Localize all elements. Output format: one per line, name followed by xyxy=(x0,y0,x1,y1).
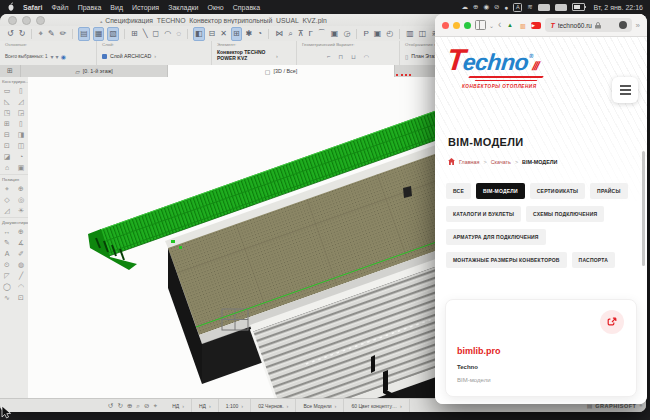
toolbar-tool-icon[interactable]: ▤ xyxy=(78,27,90,41)
active-app-name[interactable]: Safari xyxy=(23,4,42,11)
page-scrollbar[interactable] xyxy=(642,151,645,266)
viewport-nav-icon[interactable]: ⌖ xyxy=(153,400,157,412)
toolbox-tool-icon[interactable]: ✎ xyxy=(4,238,10,248)
tab-badge-icon[interactable] xyxy=(619,21,627,29)
toolbar-tool-icon[interactable]: ⊞ xyxy=(130,28,139,40)
toolbar-tool-icon[interactable]: ⊞ xyxy=(231,27,242,41)
record-icon[interactable]: ● xyxy=(505,4,509,11)
viewport-nav-icon[interactable]: ⌕ xyxy=(136,400,140,412)
bluetooth-icon[interactable]: ⊕ xyxy=(473,3,478,11)
overflow-chevron-icon[interactable]: » xyxy=(636,21,640,30)
filter-passports[interactable]: ПАСПОРТА xyxy=(572,252,615,268)
toolbox-tool-icon[interactable]: ◯ xyxy=(3,282,11,292)
infobox-group-geometry[interactable]: Геометрический Вариант: ⌐⊓⊔◠ xyxy=(297,41,400,65)
toolbox-tool-icon[interactable]: ⊕ xyxy=(18,184,24,194)
toolbar-tool-icon[interactable]: ✱ xyxy=(245,28,254,40)
toolbox-tool-icon[interactable]: ◳ xyxy=(4,108,11,118)
toolbox-tool-icon[interactable]: ∡ xyxy=(18,238,24,248)
toolbar-tool-icon[interactable]: ◶ xyxy=(342,28,351,40)
toolbox-tool-icon[interactable]: ☀ xyxy=(18,206,24,216)
address-bar[interactable]: T techno60.ru xyxy=(545,18,631,32)
menu-item-file[interactable]: Файл xyxy=(51,4,68,11)
toolbar-tool-icon[interactable]: ◴ xyxy=(385,28,394,40)
menu-item-window[interactable]: Окно xyxy=(207,4,223,11)
url-text[interactable]: techno60.ru xyxy=(558,22,592,29)
toolbar-tool-icon[interactable]: ◧ xyxy=(193,27,205,41)
toolbox-tool-icon[interactable]: ⊡ xyxy=(4,141,10,151)
toolbox-tool-icon[interactable]: ◎ xyxy=(18,195,24,205)
toolbox-tool-icon[interactable]: ⊕ xyxy=(18,227,24,237)
wifi-icon[interactable]: ≋ xyxy=(527,3,532,11)
geometry-method-icon[interactable]: ⌐ xyxy=(327,53,331,59)
toolbar-tool-icon[interactable]: ╲ xyxy=(142,28,149,40)
toolbox-tool-icon[interactable]: ✐ xyxy=(18,249,24,259)
external-link-icon[interactable] xyxy=(600,310,624,334)
toolbox-section-document[interactable]: Документиро… xyxy=(0,217,28,226)
filter-prices[interactable]: ПРАЙСЫ xyxy=(590,183,627,199)
toolbox-tool-icon[interactable]: ⌖ xyxy=(5,184,9,194)
home-icon[interactable] xyxy=(448,158,455,165)
viewport-nav-icon[interactable]: ⊘ xyxy=(144,400,149,412)
toolbox-tool-icon[interactable]: ◍ xyxy=(18,260,24,270)
toolbox-tool-icon[interactable]: ◿ xyxy=(18,97,23,107)
layer-value[interactable]: Слой ARCHICAD xyxy=(110,53,151,59)
tab-3d-all[interactable]: ▢ [3D / Все] xyxy=(168,65,395,77)
geometry-method-icon[interactable]: ◠ xyxy=(364,53,369,60)
sidebar-toggle-icon[interactable] xyxy=(475,20,486,30)
toolbar-tool-icon[interactable]: ◫ xyxy=(418,28,428,40)
toolbox-tool-icon[interactable]: ↔ xyxy=(4,227,11,237)
element-value[interactable]: Конвектор TECHNO POWER KVZ xyxy=(217,50,273,62)
toolbox-tool-icon[interactable]: ◲ xyxy=(18,108,25,118)
menu-item-edit[interactable]: Правка xyxy=(78,4,102,11)
filter-mounting-dimensions[interactable]: МОНТАЖНЫЕ РАЗМЕРЫ КОНВЕКТОРОВ xyxy=(446,252,567,268)
filter-all[interactable]: ВСЕ xyxy=(446,183,471,199)
techno-logo[interactable]: Techno®/// КОНВЕКТОРЫ ОТОПЛЕНИЯ xyxy=(447,45,543,89)
infobox-group-layer[interactable]: Слой: Слой ARCHICAD › xyxy=(97,41,212,65)
quick-option-graphic-override[interactable]: 60 Цвет концепту…› xyxy=(344,399,409,412)
viewport-nav-icon[interactable]: ↺ xyxy=(108,400,113,412)
toolbox-tool-icon[interactable]: ◫ xyxy=(18,141,25,151)
quick-option-pen-set[interactable]: 02 Чернов.› xyxy=(251,399,296,412)
toolbar-tool-icon[interactable]: ◌ xyxy=(175,28,182,40)
toolbar-tool-icon[interactable]: ▣ xyxy=(373,28,383,40)
status-widget-icon[interactable] xyxy=(555,4,567,11)
toolbar-tool-icon[interactable]: ✏ xyxy=(59,28,68,40)
cloud-icon[interactable]: ☁ xyxy=(461,3,468,11)
keyboard-layout-badge[interactable]: А xyxy=(513,3,522,12)
toolbar-tool-icon[interactable]: ⋈ xyxy=(274,28,284,40)
toolbar-tool-icon[interactable]: ▧ xyxy=(107,27,119,41)
toolbar-tool-icon[interactable]: ▥ xyxy=(405,28,415,40)
toolbox-tool-icon[interactable]: ▯ xyxy=(19,119,23,129)
toolbar-tool-icon[interactable]: ⌖ xyxy=(37,28,44,40)
toolbox-tool-icon[interactable]: ⊞ xyxy=(4,119,10,129)
toolbar-tool-icon[interactable]: ✕ xyxy=(219,28,228,40)
quick-option-dimension[interactable]: НД› xyxy=(192,399,219,412)
download-card[interactable]: bimlib.pro Techno BIM-модели xyxy=(445,299,637,397)
toolbox-tool-icon[interactable]: ◺ xyxy=(4,97,9,107)
do-not-disturb-icon[interactable]: ⊘ xyxy=(494,3,499,11)
toolbox-tool-icon[interactable]: ◨ xyxy=(18,130,25,140)
battery-icon[interactable] xyxy=(572,3,585,11)
toolbar-tool-icon[interactable]: ↻ xyxy=(18,28,27,40)
toolbar-tool-icon[interactable]: P xyxy=(362,28,369,40)
filter-certificates[interactable]: СЕРТИФИКАТЫ xyxy=(530,183,585,199)
toolbar-tool-icon[interactable]: ✎ xyxy=(47,28,56,40)
toolbox-tool-icon[interactable]: ◇ xyxy=(4,195,9,205)
menu-item-help[interactable]: Справка xyxy=(233,4,260,11)
toolbar-tool-icon[interactable]: ◠ xyxy=(163,28,172,40)
status-widget-icon[interactable] xyxy=(538,4,550,11)
filter-catalogs[interactable]: КАТАЛОГИ И БУКЛЕТЫ xyxy=(446,206,521,222)
toolbar-tool-icon[interactable]: ◻ xyxy=(152,28,161,40)
pinned-tab-youtube-icon[interactable]: ▶ xyxy=(531,22,541,29)
toolbox-tool-icon[interactable]: ⊡ xyxy=(18,293,24,303)
geometry-method-icon[interactable]: ⊔ xyxy=(351,53,356,60)
tab-overview-icon[interactable]: ⊞ xyxy=(0,65,21,77)
toolbar-tool-icon[interactable]: ▣ xyxy=(330,28,340,40)
toolbox-tool-icon[interactable]: ▭ xyxy=(4,86,11,96)
toolbar-tool-icon[interactable]: ⌒ xyxy=(317,28,327,40)
toolbar-tool-icon[interactable]: ⊟ xyxy=(208,28,217,40)
toolbox-tool-icon[interactable]: ▣ xyxy=(18,163,25,173)
toolbox-tool-icon[interactable]: ⊟ xyxy=(4,130,10,140)
quick-option-model-view[interactable]: Все Модели› xyxy=(296,399,344,412)
tab-floor-plan[interactable]: ▱ [0. 1-й этаж] xyxy=(21,65,168,77)
